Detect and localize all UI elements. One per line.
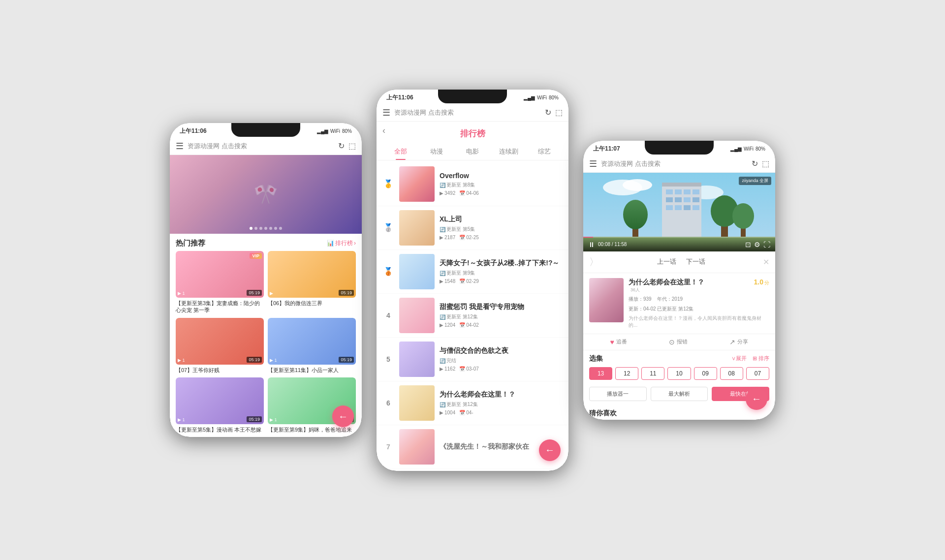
tab-anime[interactable]: 动漫	[418, 143, 454, 160]
refresh-icon-2[interactable]: ↻	[545, 108, 551, 117]
login-icon-2[interactable]: ⬚	[555, 108, 563, 117]
login-icon-1[interactable]: ⬚	[348, 141, 356, 151]
wifi-icon-3: WiFi	[744, 146, 754, 152]
rank-item-1[interactable]: 🥇 Overflow 🔄 更新至 第8集 ▶	[377, 162, 568, 206]
dot-2	[254, 227, 257, 230]
rank-image-7	[399, 429, 435, 465]
share-btn[interactable]: ↗ 分享	[729, 338, 748, 346]
tab-series[interactable]: 连续剧	[491, 143, 527, 160]
rank-item-5[interactable]: 5 与僧侣交合的色欲之夜 🔄 完结 ▶ 116	[377, 338, 568, 381]
menu-icon-3[interactable]: ☰	[589, 158, 597, 169]
rank-meta-1: 🔄 更新至 第8集	[440, 182, 563, 188]
expand-btn[interactable]: ∨展开	[731, 355, 747, 362]
rank-link[interactable]: 📊 排行榜 ›	[327, 239, 356, 248]
tab-variety[interactable]: 综艺	[527, 143, 563, 160]
menu-icon[interactable]: ☰	[176, 141, 184, 152]
detail-title: 为什么老师会在这里！？	[629, 278, 704, 287]
rank-item-6[interactable]: 6 为什么老师会在这里！？ 🔄 更新至 第12集 ▶	[377, 381, 568, 425]
ep-btn-08[interactable]: 08	[720, 367, 743, 380]
rank-item-3[interactable]: 🥉 天降女子!～女孩子从2楼..掉了下来!?～ 🔄 更新至 第9集 ▶	[377, 250, 568, 294]
subscribe-btn[interactable]: ♥ 追番	[610, 338, 627, 346]
date-icon-6: 📅	[459, 410, 465, 415]
back-fab-3[interactable]: ←	[746, 388, 767, 410]
card-5[interactable]: ▶ 1 05:19 【更新至第5集】漫动画 本王不愁嫁	[176, 377, 264, 433]
card-grid: VIP ▶ 1 05:19 【更新至第3集】宠妻成瘾：陆少的心尖宠 第一季 ▶ …	[170, 251, 362, 437]
svg-rect-11	[675, 197, 682, 202]
notch-3	[645, 141, 714, 155]
card-thumb-5: ▶ 1 05:19	[176, 377, 264, 424]
signal-icon-2: ▂▄▆	[524, 95, 535, 100]
nav-close-icon[interactable]: ✕	[763, 257, 769, 267]
player-btn-2[interactable]: 最大解析	[651, 387, 708, 401]
tab-movie[interactable]: 电影	[454, 143, 490, 160]
rank-num-4: 4	[382, 311, 394, 319]
rank-meta-3b: ▶ 1548 📅 02-29	[440, 279, 563, 284]
score-unit: 分	[764, 280, 769, 286]
rank-name-1: Overflow	[440, 172, 563, 180]
back-fab-2[interactable]: ←	[539, 439, 561, 461]
rank-meta-4: 🔄 更新至 第12集	[440, 313, 563, 320]
card-2[interactable]: ▶ 05:19 【06】我的微信连三界	[268, 251, 356, 314]
guess-section: 猜你喜欢	[583, 405, 775, 420]
svg-rect-6	[666, 189, 673, 194]
settings-icon[interactable]: ⚙	[754, 241, 760, 249]
video-player[interactable]: ziiyanda 全屏 ⏸ 00:08 / 11:58 ⊡ ⚙ ⛶	[583, 173, 775, 251]
card-thumb-4: ▶ 1 05:19	[268, 318, 356, 365]
time-2: 上午11:06	[386, 93, 413, 102]
card-4[interactable]: ▶ 1 05:19 【更新至第11集】小品一家人	[268, 318, 356, 373]
episode-nav: 〉 上一话 下一话 ✕	[583, 251, 775, 273]
rank-num-3: 🥉	[382, 267, 394, 276]
app-title-2[interactable]: 资源动漫网 点击搜索	[394, 108, 541, 117]
ep-btn-13[interactable]: 13	[589, 367, 612, 380]
card-time-4: 05:19	[339, 357, 354, 363]
card-3[interactable]: ▶ 1 05:19 【07】王爷你好贱	[176, 318, 264, 373]
svg-rect-14	[666, 205, 673, 210]
ep-btn-10[interactable]: 10	[667, 367, 691, 380]
rank-name-3: 天降女子!～女孩子从2楼..掉了下来!?～	[440, 259, 563, 268]
views-icon-3: ▶	[440, 279, 443, 284]
app-title-1[interactable]: 资源动漫网 点击搜索	[188, 142, 334, 151]
player-btn-1[interactable]: 播放器一	[589, 387, 647, 401]
tab-all[interactable]: 全部	[382, 143, 418, 160]
app-title-3[interactable]: 资源动漫网 点击搜索	[601, 159, 748, 168]
report-icon: ⊙	[669, 338, 675, 346]
ep-btn-09[interactable]: 09	[694, 367, 717, 380]
fullscreen-icon[interactable]: ⛶	[763, 241, 770, 249]
rank-num-2: 🥈	[382, 223, 394, 232]
rank-image-4	[399, 298, 435, 333]
fullscreen-badge: ziiyanda 全屏	[739, 177, 771, 185]
sort-btn[interactable]: ⊞ 排序	[753, 355, 769, 362]
rank-item-4[interactable]: 4 甜蜜惩罚 我是看守专用宠物 🔄 更新至 第12集 ▶	[377, 294, 568, 338]
prev-episode-btn[interactable]: 上一话	[657, 257, 676, 266]
phone-3: 上午11:07 ▂▄▆ WiFi 80% ☰ 资源动漫网 点击搜索 ↻ ⬚	[583, 141, 775, 420]
screen-1: 上午11:06 ▂▄▆ WiFi 80% ☰ 资源动漫网 点击搜索 ↻ ⬚ 🎌	[170, 123, 362, 437]
login-icon-3[interactable]: ⬚	[762, 159, 769, 168]
back-fab-1[interactable]: ←	[332, 405, 354, 427]
next-episode-btn[interactable]: 下一话	[686, 257, 705, 266]
subtitle-icon[interactable]: ⊡	[745, 241, 751, 249]
report-btn[interactable]: ⊙ 报错	[669, 338, 688, 346]
card-time-1: 05:19	[247, 290, 262, 296]
ep-btn-12[interactable]: 12	[615, 367, 638, 380]
update-icon-3: 🔄	[440, 271, 445, 276]
play-pause-icon[interactable]: ⏸	[588, 241, 595, 249]
refresh-icon-1[interactable]: ↻	[338, 141, 345, 151]
card-1[interactable]: VIP ▶ 1 05:19 【更新至第3集】宠妻成瘾：陆少的心尖宠 第一季	[176, 251, 264, 314]
banner-dots	[250, 227, 282, 230]
detail-image	[589, 278, 624, 322]
video-overlay: ⏸ 00:08 / 11:58 ⊡ ⚙ ⛶	[583, 237, 775, 251]
card-title-5: 【更新至第5集】漫动画 本王不愁嫁	[176, 426, 264, 433]
episodes-title: 选集	[589, 354, 603, 363]
card-title-2: 【06】我的微信连三界	[268, 300, 356, 307]
refresh-icon-3[interactable]: ↻	[752, 159, 758, 168]
screen-3: 上午11:07 ▂▄▆ WiFi 80% ☰ 资源动漫网 点击搜索 ↻ ⬚	[583, 141, 775, 420]
ep-btn-11[interactable]: 11	[641, 367, 664, 380]
rank-item-2[interactable]: 🥈 XL上司 🔄 更新至 第5集 ▶ 218	[377, 206, 568, 250]
ranking-tabs: 全部 动漫 电影 连续剧 综艺	[377, 143, 568, 160]
ep-btn-07[interactable]: 07	[746, 367, 769, 380]
date-icon-5: 📅	[459, 366, 465, 372]
detail-thumb	[589, 278, 624, 322]
rank-thumb-5	[399, 342, 435, 377]
menu-icon-2[interactable]: ☰	[382, 107, 390, 118]
score-area: 1.0 分	[754, 278, 769, 286]
